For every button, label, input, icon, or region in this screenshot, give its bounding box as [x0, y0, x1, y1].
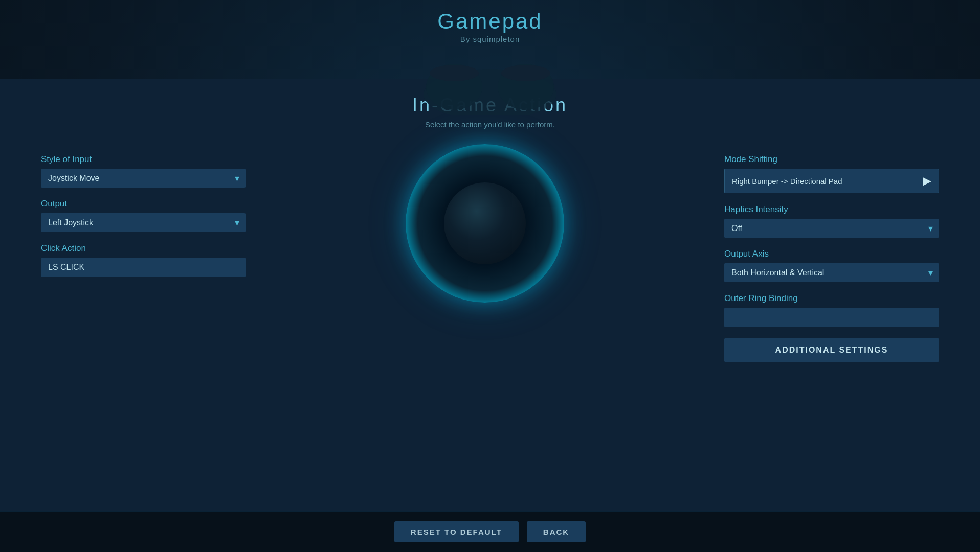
app-subtitle: By squimpleton — [0, 35, 980, 43]
gamepad-image-area — [0, 49, 980, 115]
output-axis-group: Output Axis Both Horizontal & Vertical ▾ — [724, 249, 939, 282]
click-action-value[interactable]: LS CLICK — [41, 258, 246, 277]
output-group: Output Left Joystick ▾ — [41, 199, 246, 232]
haptics-intensity-label: Haptics Intensity — [724, 204, 939, 215]
back-button[interactable]: BACK — [527, 521, 586, 542]
output-dropdown-wrapper: Left Joystick ▾ — [41, 213, 246, 232]
style-of-input-dropdown-wrapper: Joystick Move ▾ — [41, 169, 246, 188]
mode-shifting-group: Mode Shifting Right Bumper -> Directiona… — [724, 154, 939, 193]
reset-to-default-button[interactable]: RESET TO DEFAULT — [394, 521, 519, 542]
mode-shifting-value[interactable]: Right Bumper -> Directional Pad ▶ — [724, 169, 939, 193]
header: Gamepad By squimpleton — [0, 0, 980, 43]
right-panel: Mode Shifting Right Bumper -> Directiona… — [724, 154, 939, 373]
output-select[interactable]: Left Joystick — [41, 213, 246, 232]
haptics-intensity-dropdown-wrapper: Off ▾ — [724, 219, 939, 238]
haptics-intensity-select[interactable]: Off — [724, 219, 939, 238]
main-panel: In-Game Action Select the action you'd l… — [0, 79, 980, 552]
additional-settings-group: ADDITIONAL SETTINGS — [724, 338, 939, 362]
bottom-bar: RESET TO DEFAULT BACK — [0, 511, 980, 552]
click-action-label: Click Action — [41, 243, 246, 254]
output-axis-dropdown-wrapper: Both Horizontal & Vertical ▾ — [724, 263, 939, 282]
action-subtitle: Select the action you'd like to perform. — [0, 120, 980, 129]
style-of-input-label: Style of Input — [41, 154, 246, 165]
outer-ring-binding-label: Outer Ring Binding — [724, 293, 939, 304]
additional-settings-button[interactable]: ADDITIONAL SETTINGS — [724, 338, 939, 362]
haptics-intensity-group: Haptics Intensity Off ▾ — [724, 204, 939, 238]
outer-ring-binding-input[interactable] — [724, 308, 939, 327]
svg-point-4 — [501, 65, 550, 81]
mode-shifting-text: Right Bumper -> Directional Pad — [732, 177, 842, 186]
joystick-center — [444, 182, 526, 264]
style-of-input-group: Style of Input Joystick Move ▾ — [41, 154, 246, 188]
outer-ring-binding-group: Outer Ring Binding — [724, 293, 939, 327]
app-title: Gamepad — [0, 9, 980, 34]
joystick-ring — [406, 144, 564, 303]
mode-shifting-label: Mode Shifting — [724, 154, 939, 165]
style-of-input-select[interactable]: Joystick Move — [41, 169, 246, 188]
cursor-icon: ▶ — [923, 174, 931, 188]
click-action-group: Click Action LS CLICK — [41, 243, 246, 277]
left-panel: Style of Input Joystick Move ▾ Output Le… — [41, 154, 246, 288]
settings-layout: Style of Input Joystick Move ▾ Output Le… — [0, 139, 980, 373]
center-joystick-area — [246, 144, 724, 303]
output-axis-select[interactable]: Both Horizontal & Vertical — [724, 263, 939, 282]
svg-point-3 — [430, 65, 479, 81]
output-axis-label: Output Axis — [724, 249, 939, 259]
output-label: Output — [41, 199, 246, 209]
gamepad-icon — [418, 59, 562, 115]
